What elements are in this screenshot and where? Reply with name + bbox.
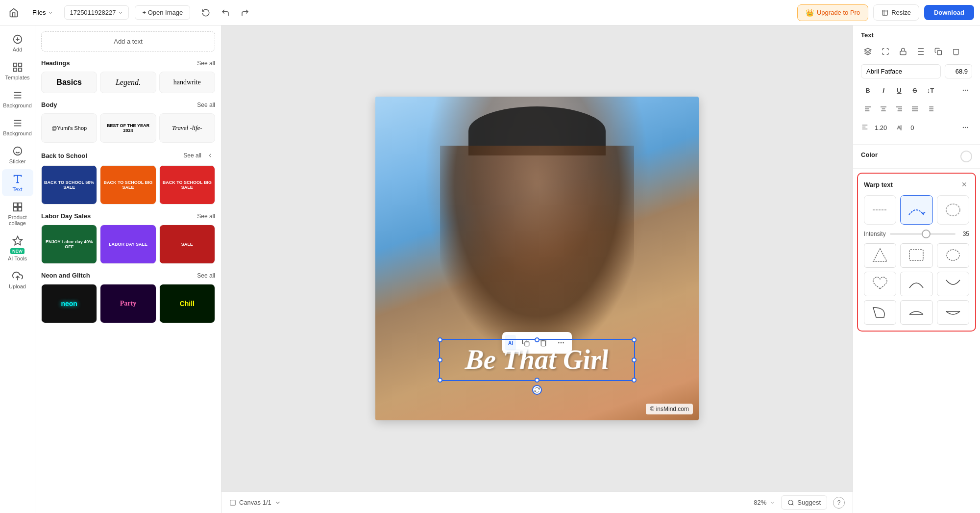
warp-shape-heart[interactable]: [864, 272, 896, 296]
font-name-selector[interactable]: Abril Fatface: [861, 64, 941, 78]
resize-handle-mr[interactable]: [632, 358, 637, 362]
back-to-school-see-all[interactable]: See all: [183, 152, 201, 159]
neon-template-3[interactable]: Chill: [159, 284, 215, 323]
italic-button[interactable]: I: [877, 83, 890, 97]
warp-shape-arc-flat[interactable]: [900, 300, 932, 325]
warp-shape-triangle[interactable]: [864, 243, 896, 268]
resize-handle-bl[interactable]: [438, 378, 442, 383]
heading-item-legend[interactable]: Legend.: [100, 72, 156, 93]
rp-delete-icon[interactable]: [949, 45, 963, 58]
text-selection-box[interactable]: Be That Girl: [439, 339, 635, 381]
sidebar-item-text[interactable]: Text: [2, 169, 33, 196]
home-button[interactable]: [6, 5, 22, 21]
rp-layers-icon[interactable]: [861, 45, 875, 58]
warp-shape-rect-dashed[interactable]: [900, 243, 932, 268]
warp-shape-arch-up[interactable]: [900, 272, 932, 296]
transform-button[interactable]: ↕T: [924, 83, 937, 97]
resize-handle-tl[interactable]: [438, 337, 442, 342]
intensity-thumb[interactable]: [922, 230, 931, 238]
align-center-button[interactable]: [877, 102, 890, 116]
body-item-yumi[interactable]: @Yumi's Shop: [41, 113, 97, 143]
sidebar-item-templates[interactable]: Templates: [2, 57, 33, 84]
list-button[interactable]: [924, 102, 937, 116]
template-item-1[interactable]: BACK TO SCHOOL 50% SALE: [41, 165, 97, 205]
rp-lock-icon[interactable]: [896, 45, 910, 58]
warp-shape-arch[interactable]: [900, 195, 932, 225]
ai-background-icon: [12, 117, 24, 129]
bold-button[interactable]: B: [861, 83, 875, 97]
canvas-bottom-bar: Canvas 1/1 82% Suggest ?: [221, 491, 853, 513]
warp-shape-arc-low[interactable]: [937, 300, 969, 325]
zoom-control[interactable]: 82%: [754, 499, 775, 506]
justify-button[interactable]: [908, 102, 922, 116]
spacing-char-value[interactable]: 0: [910, 124, 914, 131]
history-button[interactable]: [198, 5, 214, 21]
canvas-image: AI: [375, 97, 699, 420]
body-item-best[interactable]: BEST OF THE YEAR 2024: [100, 113, 156, 143]
intensity-slider[interactable]: [890, 233, 956, 235]
open-image-button[interactable]: + Open Image: [135, 5, 190, 20]
neon-glitch-see-all[interactable]: See all: [197, 272, 215, 279]
labor-day-title: Labor Day Sales: [41, 212, 91, 220]
resize-handle-tm[interactable]: [535, 337, 539, 342]
redo-button[interactable]: [237, 5, 253, 21]
sidebar-item-ai-tools[interactable]: NEW AI Tools: [2, 231, 33, 265]
canvas-info: Canvas 1/1: [229, 499, 281, 506]
color-swatch[interactable]: [960, 151, 972, 162]
file-id[interactable]: 1725011928227: [64, 5, 129, 20]
underline-button[interactable]: U: [892, 83, 906, 97]
sidebar-item-ai-background[interactable]: Background: [2, 113, 33, 140]
heading-item-handwrite[interactable]: handwrite: [159, 72, 215, 93]
warp-shape-none[interactable]: [864, 195, 896, 225]
download-button[interactable]: Download: [924, 5, 974, 20]
rotate-handle[interactable]: [532, 385, 542, 395]
labor-template-3[interactable]: SALE: [159, 225, 215, 264]
strikethrough-button[interactable]: S: [908, 83, 922, 97]
sidebar-item-add[interactable]: Add: [2, 29, 33, 56]
sidebar-item-upload[interactable]: Upload: [2, 266, 33, 293]
warp-text-panel: Warp text ✕: [857, 173, 976, 332]
rp-align-icon[interactable]: [914, 45, 928, 58]
labor-template-2[interactable]: LABOR DAY SALE: [100, 225, 156, 264]
warp-close-button[interactable]: ✕: [959, 180, 969, 189]
template-item-3[interactable]: BACK TO SCHOOL BIG SALE: [159, 165, 215, 205]
body-item-travel[interactable]: Travel -life-: [159, 113, 215, 143]
resize-handle-br[interactable]: [632, 378, 637, 383]
align-left-button[interactable]: [861, 102, 875, 116]
spacing-line-value[interactable]: 1.20: [875, 124, 887, 131]
sidebar-item-product-collage[interactable]: Product collage: [2, 197, 33, 230]
body-see-all[interactable]: See all: [197, 102, 215, 108]
resize-handle-tr[interactable]: [632, 337, 637, 342]
resize-handle-ml[interactable]: [438, 358, 442, 362]
headings-see-all[interactable]: See all: [197, 60, 215, 67]
sidebar-item-background[interactable]: Background: [2, 85, 33, 112]
resize-button[interactable]: Resize: [873, 4, 919, 21]
warp-shape-trapezoid-up[interactable]: [864, 300, 896, 325]
suggest-button[interactable]: Suggest: [781, 495, 827, 510]
undo-button[interactable]: [218, 5, 233, 21]
template-item-2[interactable]: BACK TO SCHOOL BIG SALE: [100, 165, 156, 205]
help-button[interactable]: ?: [833, 497, 845, 509]
rp-split-icon[interactable]: [879, 45, 892, 58]
rp-duplicate-icon[interactable]: [931, 45, 945, 58]
warp-shape-ellipse-dashed[interactable]: [937, 243, 969, 268]
files-menu[interactable]: Files: [27, 6, 58, 19]
neon-template-2[interactable]: Party: [100, 284, 156, 323]
neon-template-1[interactable]: neon: [41, 284, 97, 323]
more-spacing-options[interactable]: [958, 121, 972, 134]
labor-template-1[interactable]: ENJOY Labor day 40% OFF: [41, 225, 97, 264]
warp-shape-circle[interactable]: [937, 195, 969, 225]
warp-shape-arch-down[interactable]: [937, 272, 969, 296]
template-3-text: BACK TO SCHOOL BIG SALE: [160, 178, 215, 192]
sidebar-item-sticker[interactable]: Sticker: [2, 141, 33, 168]
canvas-container[interactable]: AI: [221, 26, 853, 491]
more-text-options[interactable]: [958, 83, 972, 97]
font-size-input[interactable]: 68.9: [945, 64, 972, 78]
heading-item-basics[interactable]: Basics: [41, 72, 97, 93]
upgrade-button[interactable]: 👑 Upgrade to Pro: [797, 4, 868, 21]
resize-handle-bm[interactable]: [535, 378, 539, 383]
align-right-button[interactable]: [892, 102, 906, 116]
add-text-button[interactable]: Add a text: [41, 31, 215, 51]
collapse-back-to-school[interactable]: [205, 151, 215, 160]
labor-day-see-all[interactable]: See all: [197, 213, 215, 220]
